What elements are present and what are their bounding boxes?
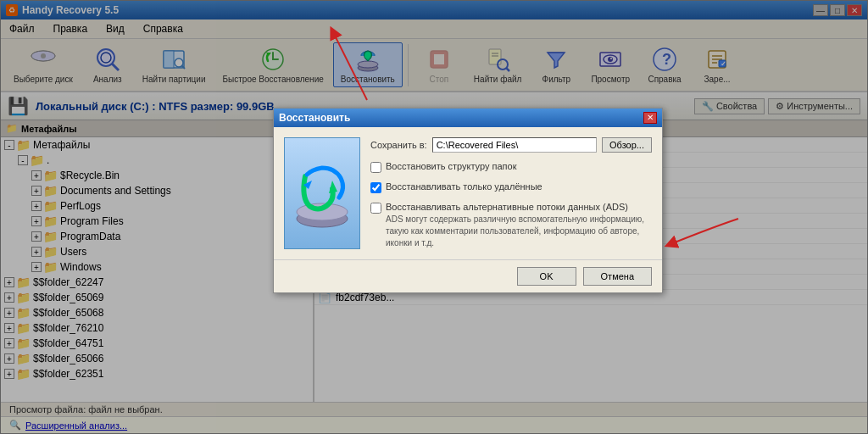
browse-button[interactable]: Обзор... bbox=[602, 137, 652, 153]
cancel-button[interactable]: Отмена bbox=[583, 267, 652, 286]
ads-row: Восстанавливать альтернативные потоки да… bbox=[370, 202, 652, 249]
arrow-annotation-2 bbox=[662, 210, 747, 264]
deleted-only-row: Восстанавливать только удалённые bbox=[370, 181, 652, 193]
restore-structure-label: Восстановить структуру папок bbox=[386, 161, 517, 171]
modal-title-bar: Восстановить ✕ bbox=[274, 108, 662, 127]
save-to-input[interactable] bbox=[432, 137, 597, 153]
save-to-label: Сохранить в: bbox=[370, 140, 427, 150]
modal-body: Сохранить в: Обзор... Восстановить струк… bbox=[274, 127, 662, 259]
modal-overlay: Восстановить ✕ Сохрани bbox=[0, 0, 868, 434]
deleted-only-checkbox[interactable] bbox=[370, 182, 381, 193]
svg-marker-35 bbox=[329, 181, 337, 193]
ads-description: ADS могут содержать различную вспомогате… bbox=[386, 214, 652, 249]
modal-close-button[interactable]: ✕ bbox=[643, 112, 657, 124]
deleted-only-label: Восстанавливать только удалённые bbox=[386, 181, 542, 192]
modal-title: Восстановить bbox=[279, 112, 350, 124]
ads-label: Восстанавливать альтернативные потоки да… bbox=[386, 202, 628, 212]
restore-structure-checkbox[interactable] bbox=[370, 162, 381, 173]
modal-icon-area bbox=[284, 137, 360, 249]
arrow-annotation bbox=[316, 24, 384, 111]
modal-form: Сохранить в: Обзор... Восстановить струк… bbox=[370, 137, 652, 249]
restore-dialog: Восстановить ✕ Сохрани bbox=[273, 108, 663, 293]
save-to-row: Сохранить в: Обзор... bbox=[370, 137, 652, 153]
ok-button[interactable]: OK bbox=[517, 267, 576, 286]
modal-footer: OK Отмена bbox=[274, 259, 662, 292]
restore-structure-row: Восстановить структуру папок bbox=[370, 161, 652, 173]
ads-checkbox[interactable] bbox=[370, 203, 381, 214]
